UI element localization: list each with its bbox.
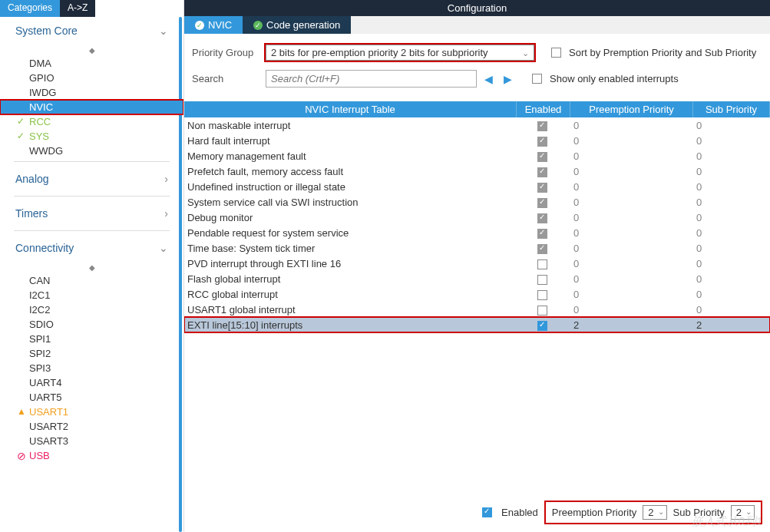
group-connectivity[interactable]: Connectivity ⌄: [0, 234, 183, 262]
subtab-nvic[interactable]: ✓NVIC: [184, 16, 243, 34]
sidebar-item-usart2[interactable]: USART2: [0, 419, 183, 434]
table-row[interactable]: Time base: System tick timer00: [184, 240, 770, 256]
sidebar-item-spi3[interactable]: SPI3: [0, 361, 183, 375]
sidebar-item-sdio[interactable]: SDIO: [0, 317, 183, 332]
sidebar-item-uart4[interactable]: UART4: [0, 375, 183, 390]
sidebar-item-usart1[interactable]: ▲USART1: [0, 405, 183, 419]
cell-subpriority[interactable]: 0: [693, 242, 770, 255]
table-row[interactable]: PVD interrupt through EXTI line 1600: [184, 256, 770, 271]
sidebar-item-gpio[interactable]: GPIO: [0, 71, 183, 85]
sidebar-item-i2c2[interactable]: I2C2: [0, 302, 183, 317]
row-enabled-checkbox[interactable]: [537, 121, 547, 131]
table-row[interactable]: Prefetch fault, memory access fault00: [184, 164, 770, 179]
table-row[interactable]: Pendable request for system service00: [184, 225, 770, 240]
row-enabled-checkbox[interactable]: [537, 321, 547, 331]
cell-subpriority[interactable]: 0: [693, 180, 770, 193]
sidebar-item-usb[interactable]: ⊘USB: [0, 448, 183, 463]
cell-subpriority[interactable]: 0: [693, 196, 770, 209]
th-subpriority[interactable]: Sub Priority: [693, 101, 770, 117]
priority-group-select[interactable]: 2 bits for pre-emption priority 2 bits f…: [266, 45, 534, 61]
cell-preemption[interactable]: 0: [570, 119, 693, 132]
table-row[interactable]: Undefined instruction or illegal state00: [184, 179, 770, 194]
tab-a-to-z[interactable]: A->Z: [60, 0, 95, 17]
row-enabled-checkbox[interactable]: [537, 167, 547, 177]
cell-subpriority[interactable]: 0: [693, 288, 770, 301]
table-row[interactable]: RCC global interrupt00: [184, 286, 770, 302]
cell-preemption[interactable]: 0: [570, 165, 693, 178]
group-analog[interactable]: Analog ›: [0, 165, 183, 193]
cell-subpriority[interactable]: 2: [693, 319, 770, 332]
cell-preemption[interactable]: 0: [570, 288, 693, 301]
table-row[interactable]: EXTI line[15:10] interrupts22: [184, 317, 770, 332]
cell-preemption[interactable]: 0: [570, 150, 693, 163]
sidebar-item-nvic[interactable]: NVIC: [0, 100, 183, 114]
bottom-sp-select[interactable]: 2⌄: [731, 505, 755, 520]
cell-enabled[interactable]: [517, 273, 570, 284]
sidebar-item-spi2[interactable]: SPI2: [0, 346, 183, 361]
search-next-icon[interactable]: ▶: [501, 73, 515, 85]
cell-preemption[interactable]: 0: [570, 273, 693, 286]
scroll-up-icon[interactable]: ◆: [0, 262, 183, 273]
group-timers[interactable]: Timers ›: [0, 200, 183, 227]
cell-subpriority[interactable]: 0: [693, 226, 770, 240]
cell-preemption[interactable]: 0: [570, 180, 693, 193]
show-only-enabled-checkbox[interactable]: [532, 74, 542, 84]
sidebar-item-uart5[interactable]: UART5: [0, 390, 183, 405]
th-preemption[interactable]: Preemption Priority: [570, 101, 693, 117]
cell-subpriority[interactable]: 0: [693, 273, 770, 286]
cell-enabled[interactable]: [517, 134, 570, 146]
cell-enabled[interactable]: [517, 288, 570, 299]
cell-subpriority[interactable]: 0: [693, 134, 770, 147]
cell-subpriority[interactable]: 0: [693, 303, 770, 316]
row-enabled-checkbox[interactable]: [537, 229, 547, 239]
th-name[interactable]: NVIC Interrupt Table: [184, 101, 517, 117]
th-enabled[interactable]: Enabled: [517, 101, 570, 117]
row-enabled-checkbox[interactable]: [537, 259, 547, 269]
sidebar-item-spi1[interactable]: SPI1: [0, 332, 183, 346]
row-enabled-checkbox[interactable]: [537, 213, 547, 223]
row-enabled-checkbox[interactable]: [537, 198, 547, 208]
subtab-code-generation[interactable]: ✓Code generation: [243, 16, 351, 34]
cell-enabled[interactable]: [517, 150, 570, 161]
cell-enabled[interactable]: [517, 303, 570, 315]
table-row[interactable]: System service call via SWI instruction0…: [184, 194, 770, 210]
table-row[interactable]: Hard fault interrupt00: [184, 133, 770, 148]
cell-enabled[interactable]: [517, 226, 570, 238]
sidebar-item-i2c1[interactable]: I2C1: [0, 288, 183, 302]
cell-preemption[interactable]: 0: [570, 303, 693, 316]
cell-preemption[interactable]: 2: [570, 319, 693, 332]
sidebar-item-wwdg[interactable]: WWDG: [0, 144, 183, 158]
cell-preemption[interactable]: 0: [570, 257, 693, 270]
cell-preemption[interactable]: 0: [570, 211, 693, 224]
table-row[interactable]: USART1 global interrupt00: [184, 302, 770, 317]
sort-checkbox[interactable]: [551, 48, 561, 58]
cell-subpriority[interactable]: 0: [693, 150, 770, 163]
row-enabled-checkbox[interactable]: [537, 152, 547, 162]
row-enabled-checkbox[interactable]: [537, 290, 547, 300]
table-row[interactable]: Debug monitor00: [184, 210, 770, 225]
cell-subpriority[interactable]: 0: [693, 119, 770, 132]
cell-enabled[interactable]: [517, 211, 570, 223]
cell-enabled[interactable]: [517, 196, 570, 207]
cell-preemption[interactable]: 0: [570, 226, 693, 240]
row-enabled-checkbox[interactable]: [537, 137, 547, 147]
table-row[interactable]: Flash global interrupt00: [184, 271, 770, 286]
cell-preemption[interactable]: 0: [570, 196, 693, 209]
cell-subpriority[interactable]: 0: [693, 257, 770, 270]
cell-subpriority[interactable]: 0: [693, 165, 770, 178]
sidebar-item-sys[interactable]: ✓SYS: [0, 129, 183, 144]
cell-enabled[interactable]: [517, 119, 570, 131]
table-row[interactable]: Memory management fault00: [184, 148, 770, 164]
cell-enabled[interactable]: [517, 242, 570, 253]
search-prev-icon[interactable]: ◀: [481, 73, 496, 85]
tab-categories[interactable]: Categories: [0, 0, 60, 17]
scroll-up-icon[interactable]: ◆: [0, 45, 183, 56]
table-row[interactable]: Non maskable interrupt00: [184, 117, 770, 133]
search-input[interactable]: [266, 70, 477, 88]
sidebar-item-rcc[interactable]: ✓RCC: [0, 114, 183, 129]
cell-subpriority[interactable]: 0: [693, 211, 770, 224]
row-enabled-checkbox[interactable]: [537, 275, 547, 285]
row-enabled-checkbox[interactable]: [537, 244, 547, 254]
sidebar-item-dma[interactable]: DMA: [0, 56, 183, 71]
cell-enabled[interactable]: [517, 165, 570, 177]
